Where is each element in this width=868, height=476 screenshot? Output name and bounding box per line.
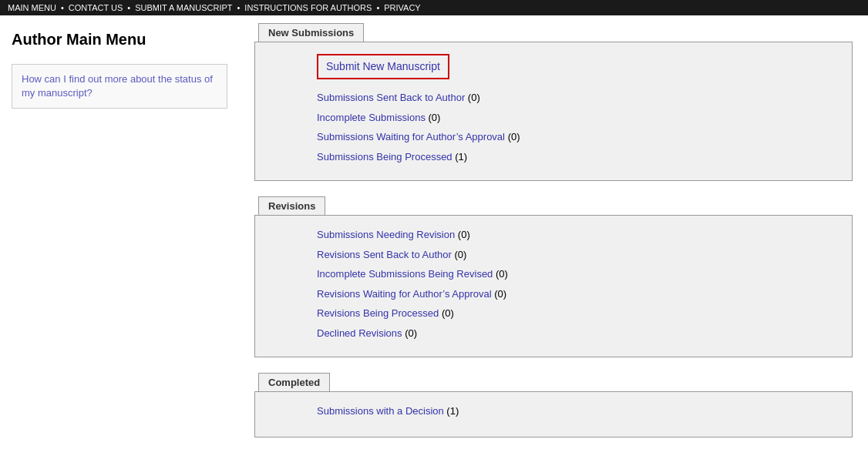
incomplete-revised-link[interactable]: Incomplete Submissions Being Revised: [317, 268, 493, 280]
new-submissions-section: New Submissions Submit New Manuscript Su…: [254, 23, 853, 181]
list-item: Incomplete Submissions Being Revised (0): [317, 266, 836, 282]
list-item: Submissions Sent Back to Author (0): [317, 90, 836, 106]
list-item: Revisions Being Processed (0): [317, 306, 836, 321]
new-submissions-box: Submit New Manuscript Submissions Sent B…: [254, 42, 853, 181]
dot-separator: •: [237, 3, 241, 12]
sidebar: Author Main Menu How can I find out more…: [0, 15, 239, 476]
completed-tab: Completed: [258, 373, 330, 391]
submissions-sent-back-link[interactable]: Submissions Sent Back to Author: [317, 92, 465, 103]
submissions-sent-back-count: (0): [468, 92, 480, 103]
dot-separator: •: [61, 3, 64, 12]
needing-revision-link[interactable]: Submissions Needing Revision: [317, 229, 455, 240]
main-content: New Submissions Submit New Manuscript Su…: [239, 15, 868, 476]
page-title: Author Main Menu: [12, 31, 227, 49]
main-layout: Author Main Menu How can I find out more…: [0, 15, 868, 476]
list-item: Declined Revisions (0): [317, 326, 836, 341]
incomplete-submissions-link[interactable]: Incomplete Submissions: [317, 112, 426, 123]
submit-new-manuscript-link[interactable]: Submit New Manuscript: [326, 60, 440, 72]
list-item: Revisions Waiting for Author’s Approval …: [317, 287, 836, 302]
help-box: How can I find out more about the status…: [12, 64, 227, 109]
waiting-approval-count: (0): [508, 131, 520, 142]
revisions-section: Revisions Submissions Needing Revision (…: [254, 196, 853, 357]
dot-separator: •: [127, 3, 130, 12]
list-item: Submissions Needing Revision (0): [317, 227, 836, 243]
top-nav-bar: MAIN MENU • CONTACT US • SUBMIT A MANUSC…: [0, 0, 868, 15]
revisions-tab: Revisions: [258, 196, 325, 215]
revisions-sent-back-link[interactable]: Revisions Sent Back to Author: [317, 249, 452, 260]
incomplete-submissions-count: (0): [429, 112, 441, 123]
revisions-waiting-link[interactable]: Revisions Waiting for Author’s Approval: [317, 288, 492, 300]
help-link[interactable]: How can I find out more about the status…: [22, 73, 213, 99]
submit-highlight-box: Submit New Manuscript: [317, 54, 449, 79]
revisions-waiting-count: (0): [494, 288, 506, 300]
nav-main-menu[interactable]: MAIN MENU: [8, 3, 56, 12]
submissions-decision-link[interactable]: Submissions with a Decision: [317, 405, 444, 417]
dot-separator: •: [376, 3, 379, 12]
being-processed-count: (1): [455, 151, 467, 163]
list-item: Submissions Being Processed (1): [317, 149, 836, 165]
completed-box: Submissions with a Decision (1): [254, 391, 853, 437]
new-submissions-tab: New Submissions: [258, 23, 364, 42]
revisions-box: Submissions Needing Revision (0) Revisio…: [254, 215, 853, 357]
nav-instructions[interactable]: INSTRUCTIONS FOR AUTHORS: [244, 3, 372, 12]
submissions-decision-count: (1): [446, 405, 459, 417]
being-processed-link[interactable]: Submissions Being Processed: [317, 151, 453, 163]
declined-revisions-link[interactable]: Declined Revisions: [317, 327, 402, 339]
nav-submit-manuscript[interactable]: SUBMIT A MANUSCRIPT: [135, 3, 232, 12]
nav-privacy[interactable]: PRIVACY: [384, 3, 420, 12]
list-item: Revisions Sent Back to Author (0): [317, 247, 836, 263]
list-item: Submissions Waiting for Author’s Approva…: [317, 129, 836, 145]
nav-contact-us[interactable]: CONTACT US: [69, 3, 123, 12]
declined-revisions-count: (0): [405, 327, 417, 339]
revisions-processed-count: (0): [442, 307, 454, 319]
list-item: Submit New Manuscript: [317, 54, 836, 85]
incomplete-revised-count: (0): [496, 268, 508, 280]
list-item: Submissions with a Decision (1): [317, 404, 836, 419]
list-item: Incomplete Submissions (0): [317, 110, 836, 126]
revisions-processed-link[interactable]: Revisions Being Processed: [317, 307, 439, 319]
needing-revision-count: (0): [458, 229, 470, 240]
revisions-sent-back-count: (0): [455, 249, 467, 260]
waiting-approval-link[interactable]: Submissions Waiting for Author’s Approva…: [317, 131, 505, 142]
completed-section: Completed Submissions with a Decision (1…: [254, 373, 853, 437]
